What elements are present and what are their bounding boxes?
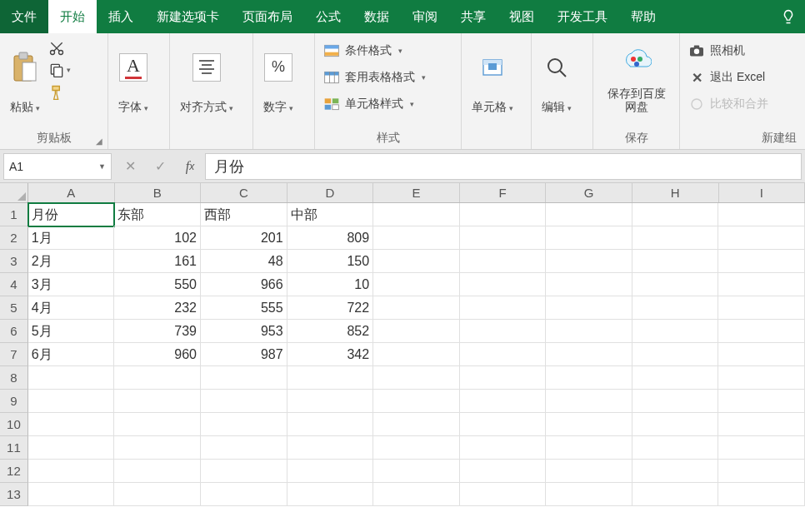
cell[interactable] <box>28 483 115 506</box>
cell[interactable] <box>460 483 547 506</box>
column-header[interactable]: D <box>288 183 374 202</box>
cell[interactable] <box>373 226 460 250</box>
cell[interactable] <box>718 203 805 226</box>
row-header[interactable]: 2 <box>0 226 28 250</box>
cell[interactable]: 722 <box>288 296 374 320</box>
column-header[interactable]: C <box>201 183 288 202</box>
cell[interactable] <box>288 460 374 483</box>
cell[interactable] <box>373 320 460 343</box>
cell[interactable] <box>718 296 805 320</box>
cell[interactable]: 987 <box>201 343 288 366</box>
cell[interactable] <box>546 296 632 320</box>
cell[interactable] <box>373 296 460 320</box>
cell[interactable] <box>114 366 201 390</box>
cell[interactable] <box>718 483 805 506</box>
column-header[interactable]: B <box>115 183 202 202</box>
cell[interactable] <box>114 460 201 483</box>
cell[interactable]: 2月 <box>28 250 115 273</box>
cell[interactable] <box>632 460 719 483</box>
cell[interactable] <box>718 343 805 366</box>
cell[interactable]: 东部 <box>114 203 201 226</box>
cell[interactable] <box>373 273 460 296</box>
cell[interactable] <box>201 460 288 483</box>
menu-tab-9[interactable]: 开发工具 <box>546 0 619 33</box>
cell[interactable] <box>373 250 460 273</box>
cell[interactable] <box>373 203 460 226</box>
clipboard-launcher[interactable]: ◢ <box>96 137 102 146</box>
cell[interactable] <box>632 413 719 436</box>
cell[interactable]: 555 <box>201 296 288 320</box>
menu-file[interactable]: 文件 <box>0 0 48 33</box>
cell[interactable] <box>460 250 547 273</box>
cell-styles-button[interactable]: 单元格样式▾ <box>320 93 456 115</box>
exit-excel-button[interactable]: ✕ 退出 Excel <box>685 67 800 88</box>
cell[interactable] <box>201 413 288 436</box>
tell-me-icon[interactable] <box>772 0 805 33</box>
cell[interactable] <box>460 390 547 413</box>
paste-button[interactable]: 粘贴▾ <box>5 37 45 115</box>
enter-formula-button[interactable]: ✓ <box>145 153 175 180</box>
conditional-format-button[interactable]: 条件格式▾ <box>320 40 456 62</box>
cell[interactable] <box>632 366 719 390</box>
cell[interactable] <box>718 273 805 296</box>
cell[interactable] <box>632 273 719 296</box>
cell[interactable] <box>114 390 201 413</box>
row-header[interactable]: 1 <box>0 203 28 226</box>
cell[interactable] <box>373 460 460 483</box>
cell[interactable] <box>201 436 288 460</box>
menu-tab-6[interactable]: 审阅 <box>401 0 449 33</box>
row-header[interactable]: 13 <box>0 483 28 506</box>
column-header[interactable]: F <box>460 183 547 202</box>
cell[interactable] <box>718 320 805 343</box>
menu-tab-1[interactable]: 插入 <box>97 0 145 33</box>
cell[interactable] <box>546 273 632 296</box>
cell[interactable] <box>460 296 547 320</box>
cell[interactable] <box>460 436 547 460</box>
cell[interactable] <box>201 483 288 506</box>
cell[interactable] <box>460 460 547 483</box>
cell[interactable] <box>28 436 115 460</box>
cell[interactable]: 月份 <box>28 203 115 226</box>
cell[interactable] <box>114 436 201 460</box>
cell[interactable] <box>373 366 460 390</box>
cell[interactable] <box>460 366 547 390</box>
cell[interactable] <box>632 226 719 250</box>
cell[interactable]: 4月 <box>28 296 115 320</box>
cell[interactable] <box>632 436 719 460</box>
cell[interactable] <box>632 390 719 413</box>
cells-button[interactable]: 单元格▾ <box>467 37 518 115</box>
menu-tab-3[interactable]: 页面布局 <box>231 0 304 33</box>
cell[interactable]: 150 <box>288 250 374 273</box>
column-header[interactable]: H <box>632 183 719 202</box>
cell[interactable] <box>546 460 632 483</box>
cell[interactable] <box>632 483 719 506</box>
cell[interactable]: 6月 <box>28 343 115 366</box>
cell[interactable]: 232 <box>114 296 201 320</box>
cell[interactable] <box>546 483 632 506</box>
row-header[interactable]: 4 <box>0 273 28 296</box>
menu-tab-7[interactable]: 共享 <box>449 0 498 33</box>
cell[interactable]: 西部 <box>201 203 288 226</box>
number-button[interactable]: % 数字▾ <box>258 37 298 115</box>
row-header[interactable]: 12 <box>0 460 28 483</box>
menu-tab-10[interactable]: 帮助 <box>619 0 668 33</box>
cell[interactable] <box>288 413 374 436</box>
cell[interactable]: 48 <box>201 250 288 273</box>
column-header[interactable]: G <box>546 183 632 202</box>
cell[interactable] <box>460 226 547 250</box>
cell[interactable]: 852 <box>288 320 374 343</box>
camera-button[interactable]: 照相机 <box>685 40 800 62</box>
name-box[interactable]: A1▼ <box>3 153 112 180</box>
cell[interactable]: 161 <box>114 250 201 273</box>
row-header[interactable]: 11 <box>0 436 28 460</box>
cell[interactable] <box>718 413 805 436</box>
menu-tab-5[interactable]: 数据 <box>352 0 401 33</box>
cell[interactable] <box>28 390 115 413</box>
cell[interactable] <box>546 320 632 343</box>
cell[interactable]: 739 <box>114 320 201 343</box>
row-header[interactable]: 5 <box>0 296 28 320</box>
cell[interactable] <box>632 250 719 273</box>
alignment-button[interactable]: 对齐方式▾ <box>175 37 238 115</box>
cell[interactable] <box>632 296 719 320</box>
cell[interactable] <box>546 203 632 226</box>
